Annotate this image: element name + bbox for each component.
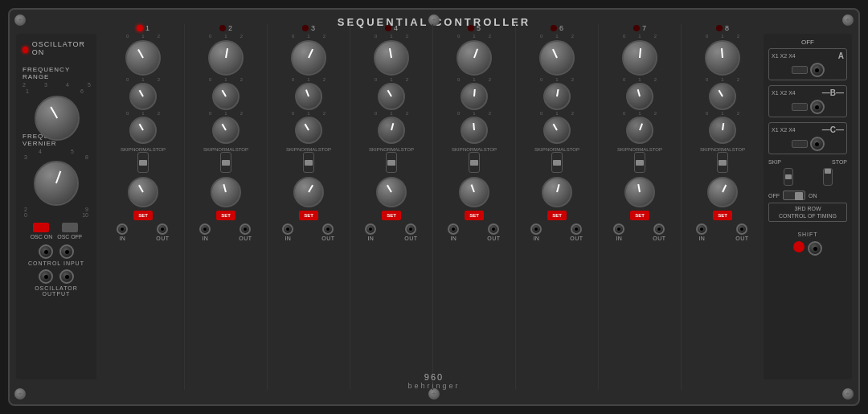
step7-skip-label: SKIP	[617, 147, 628, 152]
step4-led	[385, 25, 391, 31]
row-c-jack[interactable]	[810, 137, 825, 151]
step7-row3-knob[interactable]	[626, 117, 653, 144]
shift-led-button[interactable]	[793, 241, 805, 252]
step5-row1-knob[interactable]	[457, 40, 492, 76]
step3-mode-switch[interactable]	[303, 152, 314, 173]
step5-in-jack[interactable]	[448, 223, 459, 235]
step3-out-jack[interactable]	[322, 223, 334, 235]
step5-large-knob[interactable]	[459, 177, 489, 207]
row-c-switch[interactable]	[792, 140, 808, 148]
step4-mode-switch[interactable]	[386, 152, 397, 173]
step6-large-knob[interactable]	[542, 177, 572, 207]
step6-skip-label: SKIP	[534, 147, 546, 152]
step2-row2-knob[interactable]	[212, 83, 240, 110]
step6-set-button[interactable]: SET	[547, 211, 567, 220]
step7-large-knob[interactable]	[624, 177, 655, 207]
step7-row1-knob[interactable]	[622, 40, 657, 76]
step3-row2-knob[interactable]	[295, 83, 322, 110]
step4-in-label: IN	[367, 236, 374, 241]
step8-stop-label: STOP	[732, 147, 745, 152]
step8-in-jack[interactable]	[696, 223, 707, 235]
freq-vernier-knob[interactable]	[34, 161, 79, 206]
step7-mode-switch[interactable]	[634, 152, 645, 173]
x2-label-b: X2	[780, 90, 788, 96]
step6-row3-knob[interactable]	[543, 117, 571, 144]
x4-label-b: X4	[788, 90, 796, 96]
step1-out-jack[interactable]	[157, 223, 168, 235]
step2-set-button[interactable]: SET	[216, 211, 235, 220]
global-stop-switch[interactable]	[823, 168, 833, 186]
step4-row1-knob[interactable]	[374, 40, 409, 76]
step4-row2-knob[interactable]	[378, 83, 405, 110]
step7-in-jack[interactable]	[613, 223, 624, 235]
step3-set-button[interactable]: SET	[299, 211, 318, 220]
brand-name: behringer	[407, 382, 460, 390]
step7-out-jack[interactable]	[653, 223, 665, 235]
step8-set-button[interactable]: SET	[713, 211, 732, 220]
step1-set-button[interactable]: SET	[133, 211, 153, 220]
off-label: OFF	[768, 39, 847, 46]
osc-off-button[interactable]	[62, 223, 78, 232]
step4-out-jack[interactable]	[405, 223, 416, 235]
step2-row1-knob[interactable]	[208, 40, 244, 76]
step3-row3-knob[interactable]	[295, 117, 322, 144]
ctrl-in-jack-2[interactable]	[59, 244, 74, 259]
step1-row2-knob[interactable]	[129, 83, 157, 110]
step4-set-button[interactable]: SET	[382, 211, 401, 220]
step2-row3-knob[interactable]	[212, 117, 240, 144]
ctrl-in-jack-1[interactable]	[39, 244, 53, 259]
osc-out-jack-2[interactable]	[59, 269, 74, 284]
step8-out-jack[interactable]	[736, 223, 747, 235]
row-a-jack[interactable]	[810, 63, 825, 77]
step8-mode-switch[interactable]	[717, 152, 728, 173]
step1-mode-switch[interactable]	[137, 152, 149, 173]
step5-mode-switch[interactable]	[469, 152, 480, 173]
step6-mode-switch[interactable]	[551, 152, 563, 173]
off-toggle-label: OFF	[768, 193, 780, 199]
step3-large-knob[interactable]	[293, 177, 324, 207]
freq-range-knob[interactable]	[35, 96, 80, 141]
step1-large-knob[interactable]	[128, 177, 158, 207]
step6-row1-knob[interactable]	[539, 40, 575, 76]
step4-in-jack[interactable]	[365, 223, 376, 235]
step8-skip-label: SKIP	[700, 147, 711, 152]
left-panel: OSCILLATOR ON FREQUENCY RANGE 2345 16 FR…	[16, 34, 96, 379]
step2-mode-switch[interactable]	[220, 152, 231, 173]
step1-in-label: IN	[119, 236, 125, 241]
osc-on-button[interactable]	[33, 223, 49, 232]
step4-large-knob[interactable]	[376, 177, 407, 207]
row-b-switch[interactable]	[792, 103, 808, 111]
step3-in-jack[interactable]	[282, 223, 293, 235]
device-panel: SEQUENTIAL CONTROLLER OSCILLATOR ON FREQ…	[8, 8, 860, 406]
step8-row3-knob[interactable]	[709, 117, 736, 144]
step1-in-jack[interactable]	[117, 223, 128, 235]
row-b-jack[interactable]	[810, 100, 825, 114]
step5-row2-knob[interactable]	[461, 83, 488, 110]
step-column-3: 3 012 012 012 SKIP NORMAL	[268, 24, 350, 390]
step8-row2-knob[interactable]	[709, 83, 736, 110]
step2-large-knob[interactable]	[211, 177, 241, 207]
osc-out-jack-1[interactable]	[39, 269, 53, 284]
step6-row2-knob[interactable]	[543, 83, 571, 110]
step6-in-jack[interactable]	[530, 223, 542, 235]
brand-area: 960 behringer	[407, 372, 460, 390]
step5-out-jack[interactable]	[488, 223, 499, 235]
step8-large-knob[interactable]	[707, 177, 738, 207]
step5-row3-knob[interactable]	[461, 117, 488, 144]
step7-row2-knob[interactable]	[626, 83, 653, 110]
off-on-toggle[interactable]	[783, 191, 805, 200]
global-skip-switch[interactable]	[784, 168, 793, 186]
step4-row3-knob[interactable]	[378, 117, 405, 144]
step2-in-jack[interactable]	[199, 223, 211, 235]
step8-row1-knob[interactable]	[705, 40, 740, 76]
step6-out-jack[interactable]	[571, 223, 582, 235]
main-sequencer: 1 012 012 012 SKIP NO	[102, 24, 764, 390]
row-a-switch[interactable]	[792, 66, 808, 74]
shift-jack[interactable]	[808, 241, 822, 256]
step5-set-button[interactable]: SET	[465, 211, 484, 220]
step1-row3-knob[interactable]	[129, 117, 157, 144]
step7-set-button[interactable]: SET	[630, 211, 649, 220]
step1-row1-knob[interactable]	[125, 40, 161, 76]
step2-out-jack[interactable]	[240, 223, 251, 235]
step3-row1-knob[interactable]	[291, 40, 326, 76]
